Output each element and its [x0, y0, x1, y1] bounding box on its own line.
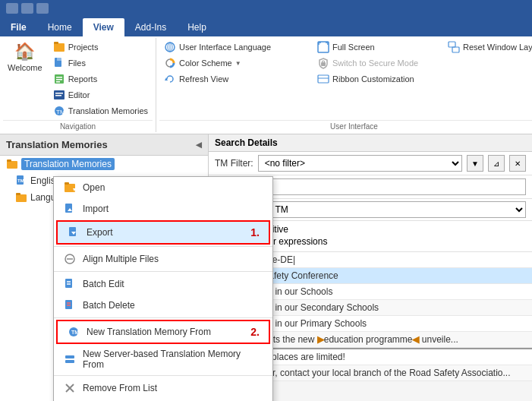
ctx-new-server[interactable]: New Server-based Translation Memory From [54, 345, 272, 374]
ui-language-button[interactable]: User Interface Language [159, 39, 311, 55]
tm-filter-select[interactable]: <no filter> [258, 155, 462, 172]
sidebar-toggle[interactable]: ◀ [196, 141, 202, 149]
projects-button[interactable]: Projects [49, 39, 153, 55]
welcome-button[interactable]: 🏠 Welcome [3, 39, 47, 74]
ui-language-label: User Interface Language [179, 43, 271, 52]
ctx-new-tm-label: New Translation Memory From [87, 327, 211, 337]
ctx-export-label: Export [87, 227, 113, 238]
svg-text:TM: TM [71, 330, 79, 335]
ctx-export[interactable]: Export 1. [58, 222, 269, 243]
export-icon [67, 226, 80, 239]
home-icon: 🏠 [14, 42, 35, 62]
ctx-sep4 [54, 375, 272, 376]
secure-mode-label: Switch to Secure Mode [332, 58, 418, 68]
view-left-col: User Interface Language Color Scheme ▼ R… [159, 39, 311, 87]
redo-icon[interactable] [21, 3, 33, 14]
tab-help[interactable]: Help [177, 18, 217, 36]
sidebar-title: Translation Memories [6, 139, 108, 150]
ctx-align[interactable]: Align Multiple Files [54, 248, 272, 270]
ctx-batch-delete-label: Batch Delete [83, 300, 135, 311]
refresh-icon [164, 73, 176, 85]
tab-home[interactable]: Home [37, 18, 83, 36]
undo-icon[interactable] [6, 3, 18, 14]
ribbon-content: 🏠 Welcome Projects Files [0, 36, 532, 134]
open-icon [63, 181, 77, 194]
row-conference: r Road Safety Conference [233, 270, 526, 281]
files-label: Files [68, 58, 86, 68]
svg-point-20 [323, 61, 325, 63]
ctx-remove[interactable]: Remove From List [54, 377, 272, 399]
secure-icon [317, 57, 329, 69]
ctx-open[interactable]: Open [54, 177, 272, 198]
svg-rect-9 [55, 93, 63, 94]
reset-window-button[interactable]: Reset Window Layout [443, 39, 532, 55]
tab-addins[interactable]: Add-Ins [124, 18, 177, 36]
search-details-header: Search Details [209, 134, 532, 152]
row-primary: education in our Primary Schools [233, 318, 526, 329]
row-schools: education in our Schools [233, 286, 526, 297]
tab-view[interactable]: View [83, 18, 124, 36]
ctx-batch-delete[interactable]: Batch Delete [54, 295, 272, 316]
files-icon [53, 57, 65, 69]
ctx-new-server-label: New Server-based Translation Memory From [83, 349, 263, 370]
translation-memories-nav-label: Translation Memories [68, 106, 148, 115]
svg-rect-30 [16, 193, 20, 195]
color-scheme-icon [164, 57, 176, 69]
ctx-batch-edit[interactable]: Batch Edit [54, 273, 272, 295]
svg-rect-5 [56, 77, 62, 78]
ctx-new-tm-outlined: TM New Translation Memory From 2. [56, 320, 270, 344]
ui-lang-icon [164, 41, 176, 53]
refresh-view-button[interactable]: Refresh View [159, 71, 311, 87]
svg-rect-24 [452, 47, 459, 52]
sidebar: Translation Memories ◀ Translation Memor… [0, 134, 209, 401]
ctx-align-label: Align Multiple Files [83, 254, 159, 264]
ribbon-tabs: File Home View Add-Ins Help [0, 17, 532, 36]
nav-small-buttons: Projects Files Reports Editor [49, 39, 153, 118]
svg-rect-6 [56, 79, 62, 81]
ctx-new-tm[interactable]: TM New Translation Memory From 2. [58, 321, 269, 343]
reports-icon [53, 73, 65, 85]
svg-rect-23 [449, 42, 455, 47]
import-icon [63, 202, 77, 216]
color-scheme-button[interactable]: Color Scheme ▼ [159, 55, 311, 71]
ribbon-custom-icon [317, 73, 329, 85]
editor-button[interactable]: Editor [49, 87, 153, 103]
view-items: User Interface Language Color Scheme ▼ R… [159, 39, 532, 118]
editor-icon [53, 89, 65, 101]
svg-rect-49 [65, 360, 74, 363]
ctx-open-label: Open [83, 182, 105, 193]
reports-label: Reports [68, 74, 98, 84]
view-group-label: User Interface [159, 120, 532, 132]
tree-item-tm-root[interactable]: Translation Memories [0, 156, 208, 172]
filter-btn-1[interactable]: ▼ [467, 155, 483, 172]
ctx-batch-edit-label: Batch Edit [83, 279, 124, 289]
fullscreen-button[interactable]: Full Screen [313, 39, 442, 55]
new-tm-icon: TM [67, 325, 80, 339]
filter-btn-3[interactable]: ✕ [509, 155, 526, 172]
ctx-sep2 [54, 271, 272, 272]
svg-rect-31 [65, 184, 75, 192]
translation-memories-nav-button[interactable]: TM Translation Memories [49, 103, 153, 118]
ctx-new-tm-number: 2. [250, 326, 260, 338]
customize-icon[interactable] [36, 3, 49, 14]
row-content-6: Hurry, as places are limited! [233, 352, 526, 362]
ribbon-customization-button[interactable]: Ribbon Customization [313, 71, 442, 87]
svg-rect-0 [54, 43, 65, 52]
reset-icon [448, 41, 460, 53]
files-button[interactable]: Files [49, 55, 153, 71]
svg-rect-18 [318, 42, 329, 52]
filter-btn-2[interactable]: ⊿ [488, 155, 505, 172]
ctx-sep3 [54, 317, 272, 318]
ctx-import[interactable]: Import [54, 198, 272, 219]
reports-button[interactable]: Reports [49, 71, 153, 87]
align-icon [63, 252, 77, 266]
svg-rect-7 [56, 81, 60, 83]
filter-row: TM Filter: <no filter> ▼ ⊿ ✕ [209, 152, 532, 175]
tab-file[interactable]: File [0, 18, 37, 36]
row-locale: en-US->de-DE| [233, 254, 526, 265]
secure-mode-button[interactable]: Switch to Secure Mode [313, 55, 442, 71]
batch-delete-icon [63, 298, 77, 312]
row-programme: ce presents the new ▶education programme… [233, 334, 526, 345]
svg-rect-29 [16, 194, 27, 202]
main-layout: Translation Memories ◀ Translation Memor… [0, 134, 532, 401]
